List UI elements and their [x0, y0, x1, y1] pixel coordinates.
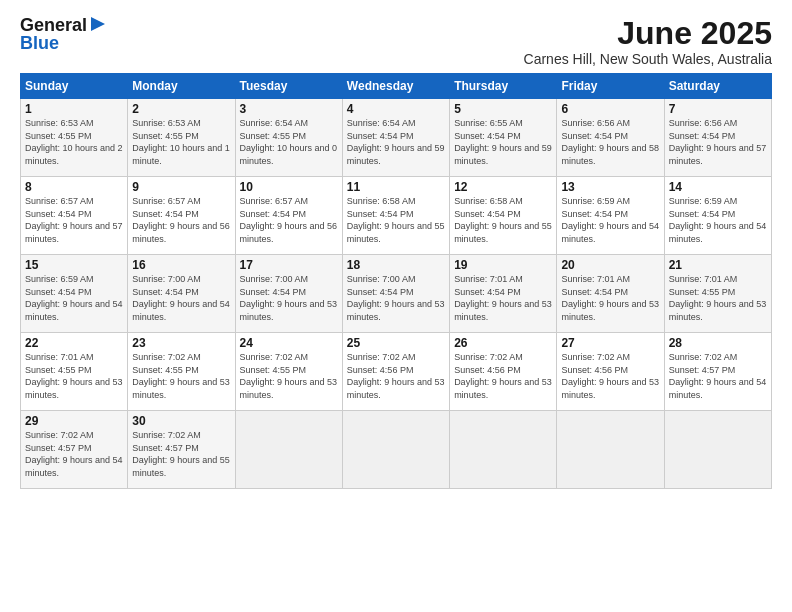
day-info: Sunrise: 7:01 AMSunset: 4:55 PMDaylight:… — [669, 274, 767, 322]
day-number: 1 — [25, 102, 123, 116]
table-cell: 17 Sunrise: 7:00 AMSunset: 4:54 PMDaylig… — [235, 255, 342, 333]
table-cell: 27 Sunrise: 7:02 AMSunset: 4:56 PMDaylig… — [557, 333, 664, 411]
table-cell: 20 Sunrise: 7:01 AMSunset: 4:54 PMDaylig… — [557, 255, 664, 333]
day-info: Sunrise: 7:02 AMSunset: 4:56 PMDaylight:… — [561, 352, 659, 400]
day-number: 27 — [561, 336, 659, 350]
day-info: Sunrise: 6:56 AMSunset: 4:54 PMDaylight:… — [669, 118, 767, 166]
table-cell: 13 Sunrise: 6:59 AMSunset: 4:54 PMDaylig… — [557, 177, 664, 255]
day-number: 25 — [347, 336, 445, 350]
day-info: Sunrise: 6:58 AMSunset: 4:54 PMDaylight:… — [347, 196, 445, 244]
table-cell: 22 Sunrise: 7:01 AMSunset: 4:55 PMDaylig… — [21, 333, 128, 411]
day-number: 13 — [561, 180, 659, 194]
day-number: 19 — [454, 258, 552, 272]
table-cell: 24 Sunrise: 7:02 AMSunset: 4:55 PMDaylig… — [235, 333, 342, 411]
day-info: Sunrise: 6:57 AMSunset: 4:54 PMDaylight:… — [132, 196, 230, 244]
day-info: Sunrise: 6:57 AMSunset: 4:54 PMDaylight:… — [25, 196, 123, 244]
table-cell: 21 Sunrise: 7:01 AMSunset: 4:55 PMDaylig… — [664, 255, 771, 333]
day-info: Sunrise: 6:54 AMSunset: 4:54 PMDaylight:… — [347, 118, 445, 166]
logo-triangle-icon — [89, 15, 107, 33]
col-wednesday: Wednesday — [342, 74, 449, 99]
day-number: 26 — [454, 336, 552, 350]
day-info: Sunrise: 7:00 AMSunset: 4:54 PMDaylight:… — [240, 274, 338, 322]
calendar-table: Sunday Monday Tuesday Wednesday Thursday… — [20, 73, 772, 489]
table-cell: 29 Sunrise: 7:02 AMSunset: 4:57 PMDaylig… — [21, 411, 128, 489]
table-cell: 7 Sunrise: 6:56 AMSunset: 4:54 PMDayligh… — [664, 99, 771, 177]
location-title: Carnes Hill, New South Wales, Australia — [524, 51, 772, 67]
table-cell: 18 Sunrise: 7:00 AMSunset: 4:54 PMDaylig… — [342, 255, 449, 333]
table-cell: 15 Sunrise: 6:59 AMSunset: 4:54 PMDaylig… — [21, 255, 128, 333]
calendar-row: 15 Sunrise: 6:59 AMSunset: 4:54 PMDaylig… — [21, 255, 772, 333]
day-info: Sunrise: 7:02 AMSunset: 4:55 PMDaylight:… — [240, 352, 338, 400]
day-number: 12 — [454, 180, 552, 194]
day-number: 6 — [561, 102, 659, 116]
table-cell: 3 Sunrise: 6:54 AMSunset: 4:55 PMDayligh… — [235, 99, 342, 177]
day-number: 15 — [25, 258, 123, 272]
table-cell: 26 Sunrise: 7:02 AMSunset: 4:56 PMDaylig… — [450, 333, 557, 411]
col-thursday: Thursday — [450, 74, 557, 99]
day-number: 2 — [132, 102, 230, 116]
day-number: 11 — [347, 180, 445, 194]
day-info: Sunrise: 7:02 AMSunset: 4:57 PMDaylight:… — [132, 430, 230, 478]
logo-general-text: General — [20, 16, 87, 34]
table-cell: 4 Sunrise: 6:54 AMSunset: 4:54 PMDayligh… — [342, 99, 449, 177]
table-cell: 6 Sunrise: 6:56 AMSunset: 4:54 PMDayligh… — [557, 99, 664, 177]
day-number: 14 — [669, 180, 767, 194]
day-info: Sunrise: 6:58 AMSunset: 4:54 PMDaylight:… — [454, 196, 552, 244]
header-row: Sunday Monday Tuesday Wednesday Thursday… — [21, 74, 772, 99]
calendar-page: General Blue June 2025 Carnes Hill, New … — [0, 0, 792, 612]
day-info: Sunrise: 6:56 AMSunset: 4:54 PMDaylight:… — [561, 118, 659, 166]
day-number: 21 — [669, 258, 767, 272]
table-cell: 30 Sunrise: 7:02 AMSunset: 4:57 PMDaylig… — [128, 411, 235, 489]
table-cell: 1 Sunrise: 6:53 AMSunset: 4:55 PMDayligh… — [21, 99, 128, 177]
day-number: 4 — [347, 102, 445, 116]
col-monday: Monday — [128, 74, 235, 99]
day-info: Sunrise: 6:59 AMSunset: 4:54 PMDaylight:… — [25, 274, 123, 322]
table-cell: 8 Sunrise: 6:57 AMSunset: 4:54 PMDayligh… — [21, 177, 128, 255]
calendar-row: 29 Sunrise: 7:02 AMSunset: 4:57 PMDaylig… — [21, 411, 772, 489]
month-title: June 2025 — [524, 16, 772, 51]
day-number: 5 — [454, 102, 552, 116]
calendar-row: 22 Sunrise: 7:01 AMSunset: 4:55 PMDaylig… — [21, 333, 772, 411]
table-cell: 5 Sunrise: 6:55 AMSunset: 4:54 PMDayligh… — [450, 99, 557, 177]
day-info: Sunrise: 6:54 AMSunset: 4:55 PMDaylight:… — [240, 118, 338, 166]
table-cell: 2 Sunrise: 6:53 AMSunset: 4:55 PMDayligh… — [128, 99, 235, 177]
day-number: 24 — [240, 336, 338, 350]
day-number: 20 — [561, 258, 659, 272]
table-cell: 28 Sunrise: 7:02 AMSunset: 4:57 PMDaylig… — [664, 333, 771, 411]
col-saturday: Saturday — [664, 74, 771, 99]
col-tuesday: Tuesday — [235, 74, 342, 99]
calendar-row: 1 Sunrise: 6:53 AMSunset: 4:55 PMDayligh… — [21, 99, 772, 177]
day-number: 3 — [240, 102, 338, 116]
day-info: Sunrise: 7:02 AMSunset: 4:57 PMDaylight:… — [669, 352, 767, 400]
day-info: Sunrise: 7:01 AMSunset: 4:54 PMDaylight:… — [561, 274, 659, 322]
day-number: 10 — [240, 180, 338, 194]
table-cell: 11 Sunrise: 6:58 AMSunset: 4:54 PMDaylig… — [342, 177, 449, 255]
logo: General Blue — [20, 16, 107, 52]
day-info: Sunrise: 6:57 AMSunset: 4:54 PMDaylight:… — [240, 196, 338, 244]
table-cell: 10 Sunrise: 6:57 AMSunset: 4:54 PMDaylig… — [235, 177, 342, 255]
day-info: Sunrise: 6:55 AMSunset: 4:54 PMDaylight:… — [454, 118, 552, 166]
day-info: Sunrise: 7:02 AMSunset: 4:56 PMDaylight:… — [454, 352, 552, 400]
table-cell: 14 Sunrise: 6:59 AMSunset: 4:54 PMDaylig… — [664, 177, 771, 255]
day-info: Sunrise: 6:53 AMSunset: 4:55 PMDaylight:… — [25, 118, 123, 166]
logo-blue-text: Blue — [20, 34, 59, 52]
title-block: June 2025 Carnes Hill, New South Wales, … — [524, 16, 772, 67]
day-number: 23 — [132, 336, 230, 350]
day-number: 30 — [132, 414, 230, 428]
calendar-row: 8 Sunrise: 6:57 AMSunset: 4:54 PMDayligh… — [21, 177, 772, 255]
day-info: Sunrise: 7:01 AMSunset: 4:55 PMDaylight:… — [25, 352, 123, 400]
day-number: 8 — [25, 180, 123, 194]
table-cell: 16 Sunrise: 7:00 AMSunset: 4:54 PMDaylig… — [128, 255, 235, 333]
day-info: Sunrise: 7:00 AMSunset: 4:54 PMDaylight:… — [132, 274, 230, 322]
day-number: 18 — [347, 258, 445, 272]
day-info: Sunrise: 6:59 AMSunset: 4:54 PMDaylight:… — [561, 196, 659, 244]
day-number: 22 — [25, 336, 123, 350]
day-info: Sunrise: 7:02 AMSunset: 4:56 PMDaylight:… — [347, 352, 445, 400]
svg-marker-0 — [91, 17, 105, 31]
day-info: Sunrise: 6:59 AMSunset: 4:54 PMDaylight:… — [669, 196, 767, 244]
day-info: Sunrise: 7:01 AMSunset: 4:54 PMDaylight:… — [454, 274, 552, 322]
day-number: 28 — [669, 336, 767, 350]
table-cell: 25 Sunrise: 7:02 AMSunset: 4:56 PMDaylig… — [342, 333, 449, 411]
table-cell: 12 Sunrise: 6:58 AMSunset: 4:54 PMDaylig… — [450, 177, 557, 255]
day-number: 16 — [132, 258, 230, 272]
